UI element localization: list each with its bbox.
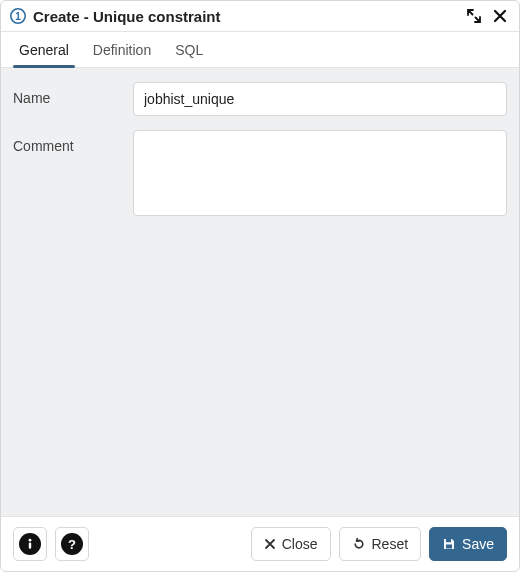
close-button-label: Close <box>282 536 318 552</box>
svg-text:1: 1 <box>15 11 21 22</box>
dialog-footer: ? Close Reset <box>1 516 519 571</box>
tab-general[interactable]: General <box>7 32 81 67</box>
reset-icon <box>352 537 366 551</box>
maximize-icon[interactable] <box>465 7 483 25</box>
titlebar: 1 Create - Unique constraint <box>1 1 519 32</box>
reset-button-label: Reset <box>372 536 409 552</box>
field-row-name: Name <box>13 82 507 116</box>
name-label: Name <box>13 82 133 116</box>
svg-rect-5 <box>446 545 452 549</box>
svg-rect-3 <box>29 543 31 549</box>
close-icon[interactable] <box>491 7 509 25</box>
save-button-label: Save <box>462 536 494 552</box>
tabs: General Definition SQL <box>1 32 519 68</box>
svg-rect-4 <box>446 539 451 542</box>
info-button[interactable] <box>13 527 47 561</box>
comment-label: Comment <box>13 130 133 219</box>
close-button[interactable]: Close <box>251 527 331 561</box>
name-input[interactable] <box>133 82 507 116</box>
dialog-type-icon: 1 <box>9 7 27 25</box>
field-row-comment: Comment <box>13 130 507 219</box>
help-button[interactable]: ? <box>55 527 89 561</box>
create-unique-constraint-dialog: 1 Create - Unique constraint General Def… <box>0 0 520 572</box>
tab-content-general: Name Comment <box>1 68 519 516</box>
save-button[interactable]: Save <box>429 527 507 561</box>
dialog-title: Create - Unique constraint <box>33 8 459 25</box>
window-controls <box>465 7 509 25</box>
tab-definition[interactable]: Definition <box>81 32 163 67</box>
tab-sql[interactable]: SQL <box>163 32 215 67</box>
x-icon <box>264 538 276 550</box>
comment-input[interactable] <box>133 130 507 216</box>
svg-point-2 <box>29 539 32 542</box>
help-icon: ? <box>61 533 83 555</box>
info-icon <box>19 533 41 555</box>
save-icon <box>442 537 456 551</box>
reset-button[interactable]: Reset <box>339 527 422 561</box>
